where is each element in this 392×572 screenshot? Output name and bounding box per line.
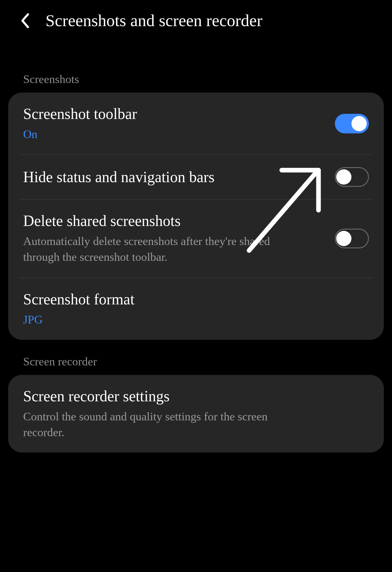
delete-shared-row[interactable]: Delete shared screenshots Automatically … — [19, 200, 373, 278]
screenshot-toolbar-status: On — [23, 126, 137, 142]
recorder-settings-subtitle: Control the sound and quality settings f… — [23, 409, 301, 440]
screenshot-format-value: JPG — [23, 312, 134, 328]
screenshot-toolbar-toggle[interactable] — [335, 114, 369, 133]
hide-bars-title: Hide status and navigation bars — [23, 168, 215, 186]
screenshots-section-heading: Screenshots — [8, 72, 384, 86]
recorder-section-heading: Screen recorder — [8, 355, 384, 368]
header-bar: Screenshots and screen recorder — [8, 11, 384, 30]
toggle-knob — [336, 169, 351, 185]
recorder-settings-row[interactable]: Screen recorder settings Control the sou… — [19, 375, 373, 452]
toggle-knob — [351, 116, 367, 131]
screenshot-format-text: Screenshot format JPG — [23, 290, 134, 328]
recorder-settings-text: Screen recorder settings Control the sou… — [23, 387, 301, 440]
screenshot-toolbar-title: Screenshot toolbar — [23, 105, 137, 123]
delete-shared-subtitle: Automatically delete screenshots after t… — [23, 233, 301, 265]
back-icon[interactable] — [20, 13, 30, 28]
screenshots-card: Screenshot toolbar On Hide status and na… — [8, 93, 384, 340]
hide-bars-text: Hide status and navigation bars — [23, 168, 215, 186]
screenshot-toolbar-row[interactable]: Screenshot toolbar On — [19, 93, 373, 155]
page-title: Screenshots and screen recorder — [45, 11, 262, 30]
delete-shared-text: Delete shared screenshots Automatically … — [23, 212, 301, 265]
screenshot-toolbar-text: Screenshot toolbar On — [23, 105, 137, 142]
recorder-card: Screen recorder settings Control the sou… — [8, 375, 384, 452]
recorder-settings-title: Screen recorder settings — [23, 387, 301, 405]
screenshot-format-title: Screenshot format — [23, 290, 134, 308]
delete-shared-title: Delete shared screenshots — [23, 212, 301, 230]
toggle-knob — [336, 231, 351, 246]
hide-bars-toggle[interactable] — [335, 167, 369, 187]
hide-bars-row[interactable]: Hide status and navigation bars — [19, 155, 373, 200]
delete-shared-toggle[interactable] — [335, 229, 369, 248]
screenshot-format-row[interactable]: Screenshot format JPG — [19, 278, 373, 340]
